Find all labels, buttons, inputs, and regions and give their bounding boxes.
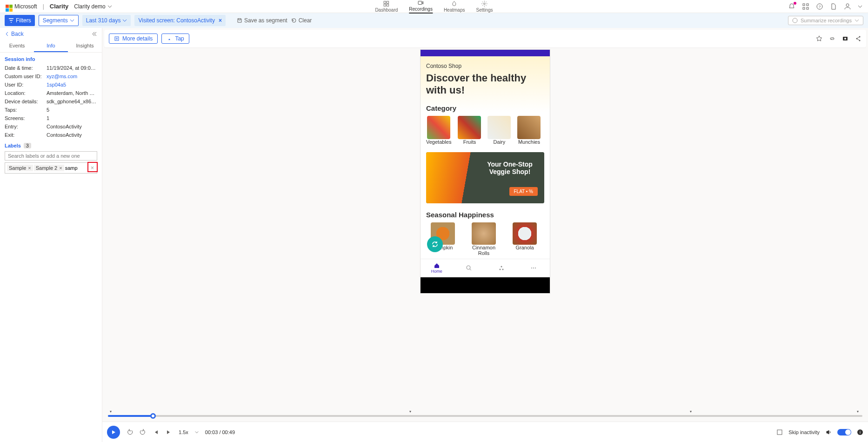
play-icon xyxy=(111,429,116,435)
back-button[interactable]: Back xyxy=(0,28,102,40)
clear-input-icon[interactable]: × xyxy=(91,165,94,171)
screens-value: 1 xyxy=(47,115,97,121)
taps-key: Taps: xyxy=(5,107,47,113)
account-chevron-icon[interactable] xyxy=(858,4,862,9)
label-input[interactable] xyxy=(65,165,84,171)
nav-search[interactable] xyxy=(453,259,486,277)
tab-insights[interactable]: Insights xyxy=(68,40,102,52)
save-segment-label: Save as segment xyxy=(244,17,287,24)
timeline-handle[interactable] xyxy=(150,413,156,419)
settings-icon xyxy=(481,0,488,7)
star-icon[interactable] xyxy=(816,35,822,42)
seasonal-item[interactable]: Cinnamon Rolls xyxy=(467,222,501,256)
checkbox-icon[interactable] xyxy=(776,429,783,435)
timeline[interactable]: ▾ ▾ ▾ ▾ xyxy=(106,409,864,422)
playback-speed[interactable]: 1.5x xyxy=(179,429,188,435)
remove-chip-icon[interactable]: × xyxy=(219,17,222,24)
chevron-left-icon xyxy=(5,32,9,36)
svg-rect-3 xyxy=(387,4,389,6)
svg-rect-2 xyxy=(384,4,386,6)
device-key: Device details: xyxy=(5,99,47,104)
location-value: Amsterdam, North Holland, Netherl… xyxy=(47,90,97,96)
timeline-progress xyxy=(108,415,153,417)
prev-icon[interactable] xyxy=(153,429,159,435)
date-range-chip[interactable]: Last 310 days xyxy=(82,15,131,26)
nav-heatmaps[interactable]: Heatmaps xyxy=(444,0,465,13)
timeline-track[interactable] xyxy=(108,415,862,417)
tab-events[interactable]: Events xyxy=(0,40,34,52)
volume-toggle[interactable] xyxy=(837,429,851,435)
remove-tag-icon[interactable]: × xyxy=(28,165,31,171)
chevron-down-icon[interactable] xyxy=(195,430,199,434)
custom-uid-value[interactable]: xyz@ms.com xyxy=(47,74,97,79)
side-tabs: Events Info Insights xyxy=(0,40,102,53)
document-icon[interactable] xyxy=(830,3,837,10)
uid-value[interactable]: 1sp04a5 xyxy=(47,82,97,87)
project-dropdown[interactable]: Clarity demo xyxy=(74,3,112,10)
svg-point-12 xyxy=(846,4,849,7)
segments-button[interactable]: Segments xyxy=(39,15,79,26)
top-header: Microsoft | Clarity Clarity demo Dashboa… xyxy=(0,0,868,13)
collapse-panel-icon[interactable] xyxy=(92,31,97,37)
promo-banner[interactable]: Your One-Stop Veggie Shop! FLAT • % xyxy=(426,152,544,203)
tap-label: Tap xyxy=(175,35,184,42)
viewer-column: More details Tap Contoso Shop Discover t… xyxy=(102,28,868,442)
notifications-icon[interactable] xyxy=(788,3,795,10)
svg-point-19 xyxy=(859,40,861,41)
summarize-recordings-button[interactable]: Summarize recordings xyxy=(788,16,863,25)
apps-icon[interactable] xyxy=(802,3,809,10)
remove-tag-icon[interactable]: × xyxy=(59,165,62,171)
svg-point-17 xyxy=(859,36,861,38)
svg-point-24 xyxy=(531,268,532,268)
info-icon[interactable]: i xyxy=(857,429,863,435)
search-icon xyxy=(466,265,472,271)
visited-screen-label: Visited screen: ContosoActivity xyxy=(138,17,215,24)
details-icon xyxy=(114,36,120,41)
labels-search-input[interactable] xyxy=(5,151,97,161)
account-icon[interactable] xyxy=(844,3,851,10)
tab-info[interactable]: Info xyxy=(34,40,68,52)
forward-icon[interactable] xyxy=(140,429,146,435)
category-item[interactable]: Fruits xyxy=(458,116,481,145)
svg-point-22 xyxy=(499,269,501,270)
tap-icon xyxy=(167,36,172,41)
nav-dashboard[interactable]: Dashboard xyxy=(375,0,398,13)
save-segment-button[interactable]: Save as segment xyxy=(237,17,287,24)
summarize-icon xyxy=(792,18,798,23)
filters-button[interactable]: Filters xyxy=(5,15,35,26)
nav-settings[interactable]: Settings xyxy=(476,0,493,13)
svg-text:?: ? xyxy=(819,5,821,9)
main-nav: Dashboard Recordings Heatmaps Settings xyxy=(375,0,493,13)
play-button[interactable] xyxy=(107,426,120,439)
nav-home[interactable]: Home xyxy=(421,259,453,277)
nav-recordings[interactable]: Recordings xyxy=(409,0,433,13)
next-icon[interactable] xyxy=(166,429,172,435)
rewind-icon[interactable] xyxy=(127,429,133,435)
device-value: sdk_gphone64_x86_64 - Android 1… xyxy=(47,99,97,104)
banner-button[interactable]: FLAT • % xyxy=(509,187,538,196)
link-icon[interactable] xyxy=(829,35,835,42)
seasonal-item[interactable]: Granola xyxy=(508,222,541,256)
visited-screen-chip[interactable]: Visited screen: ContosoActivity × xyxy=(134,15,226,26)
nav-more[interactable] xyxy=(518,259,550,277)
category-item[interactable]: Dairy xyxy=(487,116,511,145)
nav-cart[interactable] xyxy=(485,259,518,277)
phone-frame: Contoso Shop Discover the healthy with u… xyxy=(420,49,550,294)
category-item[interactable]: Vegetables xyxy=(426,116,451,145)
microsoft-logo xyxy=(6,5,9,8)
svg-rect-14 xyxy=(115,37,119,40)
screenshot-icon[interactable] xyxy=(842,35,848,42)
labels-tag-box[interactable]: Sample× Sample 2× × xyxy=(5,162,97,174)
custom-uid-key: Custom user ID: xyxy=(5,74,47,79)
tap-button[interactable]: Tap xyxy=(161,33,189,44)
volume-icon[interactable] xyxy=(825,429,832,435)
segments-label: Segments xyxy=(43,17,68,24)
more-details-button[interactable]: More details xyxy=(109,33,158,44)
sync-fab[interactable] xyxy=(427,236,443,252)
clear-button[interactable]: Clear xyxy=(291,17,312,24)
hero-text: Discover the healthy with us! xyxy=(426,72,544,97)
share-icon[interactable] xyxy=(855,35,861,42)
category-item[interactable]: Munchies xyxy=(517,116,541,145)
main: Back Events Info Insights Session info D… xyxy=(0,28,868,442)
help-icon[interactable]: ? xyxy=(816,3,823,10)
